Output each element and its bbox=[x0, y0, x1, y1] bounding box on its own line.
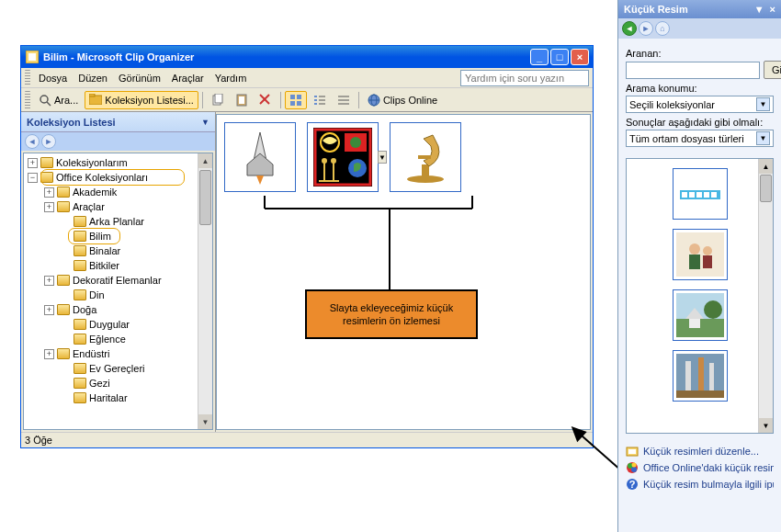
location-value: Seçili koleksiyonlar bbox=[629, 99, 715, 110]
nav-back-button[interactable]: ◄ bbox=[25, 134, 40, 149]
maximize-button[interactable]: □ bbox=[550, 49, 569, 65]
nav-forward-button[interactable]: ► bbox=[639, 21, 653, 36]
office-online-link[interactable]: Office Online'daki küçük resimler bbox=[626, 459, 774, 476]
clipart-taskpane: Küçük Resim ▼ × ◄ ► ⌂ Aranan: Git Arama … bbox=[617, 0, 781, 532]
svg-rect-57 bbox=[682, 192, 687, 198]
paste-button[interactable] bbox=[231, 91, 253, 109]
tree-item[interactable]: +Araçlar bbox=[24, 199, 212, 214]
results-pane: ▲ ▼ bbox=[626, 158, 774, 434]
clip-thumbnail[interactable] bbox=[224, 122, 296, 192]
tips-link[interactable]: ? Küçük resim bulmayla ilgili ipuçları bbox=[626, 476, 774, 492]
svg-rect-13 bbox=[297, 95, 301, 99]
folder-icon bbox=[57, 304, 70, 315]
tree-item[interactable]: Gezi bbox=[24, 376, 212, 391]
scroll-thumb[interactable] bbox=[760, 175, 772, 202]
view-thumbnails-button[interactable] bbox=[285, 91, 307, 109]
svg-rect-5 bbox=[89, 94, 95, 96]
location-label: Arama konumu: bbox=[626, 83, 774, 94]
svg-rect-7 bbox=[215, 94, 222, 103]
chevron-down-icon: ▼ bbox=[756, 97, 770, 111]
nav-back-button[interactable]: ◄ bbox=[622, 21, 637, 36]
search-button[interactable]: Ara... bbox=[34, 91, 83, 109]
nav-home-button[interactable]: ⌂ bbox=[655, 21, 670, 36]
results-type-select[interactable]: Tüm ortam dosyası türleri ▼ bbox=[626, 130, 774, 147]
tree-item-office-collections[interactable]: −Office Koleksiyonları bbox=[24, 170, 212, 185]
taskpane-close-icon[interactable]: × bbox=[770, 4, 775, 15]
tree-item[interactable]: +Doğa bbox=[24, 302, 212, 317]
toolbar-grip[interactable] bbox=[25, 91, 30, 109]
scroll-thumb[interactable] bbox=[199, 170, 211, 225]
globe-icon bbox=[368, 94, 380, 107]
location-select[interactable]: Seçili koleksiyonlar ▼ bbox=[626, 96, 774, 113]
result-thumbnail[interactable] bbox=[673, 289, 728, 341]
tree-item[interactable]: Din bbox=[24, 288, 212, 302]
folder-icon bbox=[74, 245, 86, 256]
tree-scrollbar[interactable]: ▲ ▼ bbox=[198, 153, 212, 429]
folder-icon bbox=[74, 392, 86, 403]
titlebar[interactable]: Bilim - Microsoft Clip Organizer _ □ × bbox=[21, 46, 593, 68]
collection-tree[interactable]: +Koleksiyonlarım −Office Koleksiyonları … bbox=[23, 153, 213, 430]
svg-rect-74 bbox=[698, 357, 704, 394]
menu-help[interactable]: Yardım bbox=[209, 71, 253, 85]
clips-online-button[interactable]: Clips Online bbox=[363, 91, 442, 109]
collection-list-button[interactable]: Koleksiyon Listesi... bbox=[85, 91, 198, 109]
filmstrip-clip-icon bbox=[676, 172, 724, 216]
close-button[interactable]: × bbox=[571, 49, 589, 65]
tree-item[interactable]: Ev Gereçleri bbox=[24, 361, 212, 376]
menu-edit[interactable]: Düzen bbox=[73, 71, 113, 85]
minimize-button[interactable]: _ bbox=[530, 49, 549, 65]
svg-rect-14 bbox=[290, 101, 295, 106]
delete-button[interactable] bbox=[255, 91, 277, 109]
svg-line-3 bbox=[47, 102, 51, 106]
search-input[interactable] bbox=[626, 62, 760, 79]
tree-item[interactable]: +Akademik bbox=[24, 185, 212, 199]
tree-item-my-collections[interactable]: +Koleksiyonlarım bbox=[24, 155, 212, 170]
nav-forward-button[interactable]: ► bbox=[41, 134, 56, 149]
side-panel: Koleksiyon Listesi ▼ ◄ ► +Koleksiyonları… bbox=[21, 112, 216, 432]
view-list-button[interactable] bbox=[309, 91, 331, 109]
menu-file[interactable]: Dosya bbox=[33, 71, 73, 85]
go-button[interactable]: Git bbox=[764, 61, 781, 79]
folder-icon bbox=[57, 348, 70, 359]
svg-point-82 bbox=[632, 463, 637, 468]
scroll-up-icon[interactable]: ▲ bbox=[198, 153, 212, 168]
side-panel-header[interactable]: Koleksiyon Listesi ▼ bbox=[21, 112, 215, 132]
organize-link[interactable]: Küçük resimleri düzenle... bbox=[626, 443, 774, 459]
tree-item[interactable]: Bitkiler bbox=[24, 258, 212, 273]
copy-button[interactable] bbox=[207, 91, 229, 109]
tree-item[interactable]: +Endüstri bbox=[24, 346, 212, 361]
scroll-down-icon[interactable]: ▼ bbox=[759, 418, 773, 433]
result-thumbnail[interactable] bbox=[673, 168, 728, 220]
result-thumbnail[interactable] bbox=[673, 229, 728, 280]
scroll-up-icon[interactable]: ▲ bbox=[759, 159, 773, 174]
view-details-button[interactable] bbox=[333, 91, 355, 109]
svg-rect-64 bbox=[689, 255, 700, 269]
folder-icon bbox=[74, 334, 86, 345]
tree-item[interactable]: Duygular bbox=[24, 317, 212, 332]
annotation-bracket bbox=[263, 196, 474, 214]
tree-item[interactable]: Arka Planlar bbox=[24, 214, 212, 229]
taskpane-header[interactable]: Küçük Resim ▼ × bbox=[618, 0, 781, 18]
tree-item[interactable]: Eğlence bbox=[24, 332, 212, 346]
clip-thumbnail[interactable] bbox=[390, 122, 461, 192]
tree-item[interactable]: +Dekoratif Elemanlar bbox=[24, 273, 212, 288]
svg-rect-75 bbox=[709, 363, 714, 394]
menu-grip[interactable] bbox=[25, 70, 30, 86]
window-title: Bilim - Microsoft Clip Organizer bbox=[43, 51, 530, 62]
svg-rect-16 bbox=[314, 96, 317, 97]
results-scrollbar[interactable]: ▲ ▼ bbox=[758, 159, 773, 433]
clip-thumbnail[interactable]: ▼ bbox=[307, 122, 379, 192]
tree-item-bilim[interactable]: Bilim bbox=[24, 229, 212, 243]
tree-item[interactable]: Binalar bbox=[24, 243, 212, 258]
tree-item[interactable]: Haritalar bbox=[24, 391, 212, 405]
dropdown-handle-icon[interactable]: ▼ bbox=[378, 151, 387, 164]
scroll-down-icon[interactable]: ▼ bbox=[198, 414, 212, 429]
menu-tools[interactable]: Araçlar bbox=[166, 71, 209, 85]
result-thumbnail[interactable] bbox=[673, 350, 728, 402]
chevron-down-icon: ▼ bbox=[756, 131, 770, 145]
menu-view[interactable]: Görünüm bbox=[113, 71, 166, 85]
taskpane-menu-icon[interactable]: ▼ bbox=[754, 4, 764, 15]
details-icon bbox=[337, 94, 350, 107]
help-search-input[interactable] bbox=[460, 70, 589, 86]
svg-text:?: ? bbox=[629, 479, 636, 490]
